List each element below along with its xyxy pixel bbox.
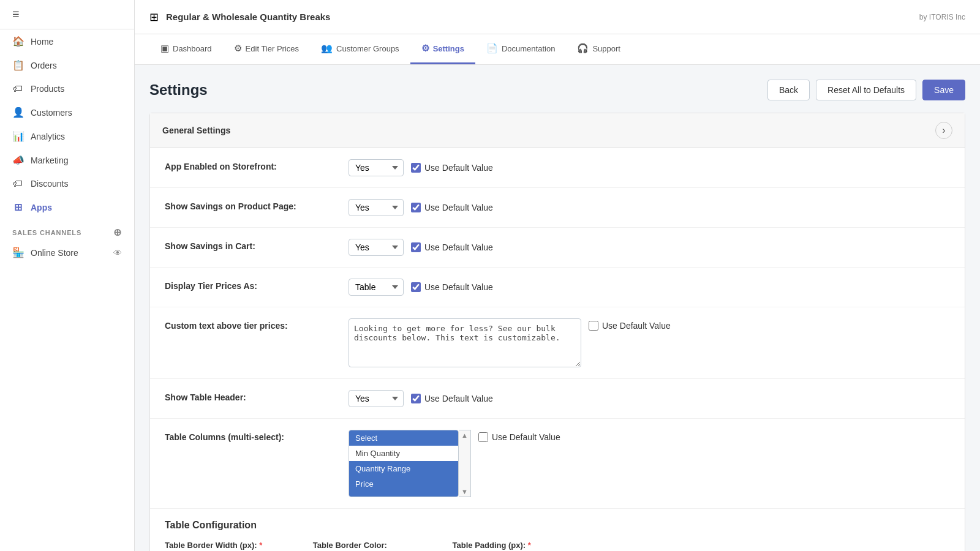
sidebar-item-orders[interactable]: 📋 Orders: [0, 53, 134, 77]
brand-icon: ⊞: [149, 10, 159, 24]
app-enabled-default-checkbox[interactable]: [411, 163, 421, 173]
settings-tab-icon: ⚙: [421, 43, 429, 54]
sidebar-item-products-label: Products: [31, 84, 64, 94]
tab-support[interactable]: 🎧 Support: [566, 34, 631, 64]
analytics-icon: 📊: [12, 130, 23, 142]
customers-icon: 👤: [12, 107, 23, 118]
show-savings-product-default-label: Use Default Value: [424, 203, 493, 212]
tab-settings[interactable]: ⚙ Settings: [410, 34, 475, 64]
listbox-option-min-quantity[interactable]: Min Quantity: [349, 446, 458, 461]
documentation-tab-icon: 📄: [486, 43, 498, 54]
sidebar-item-home[interactable]: 🏠 Home: [0, 29, 134, 53]
display-tier-prices-row: Display Tier Prices As: Table List Use D…: [150, 268, 965, 307]
show-table-header-label: Show Table Header:: [165, 390, 349, 402]
customer-groups-tab-icon: 👥: [321, 43, 333, 54]
listbox-option-price[interactable]: Price: [349, 476, 458, 492]
general-settings-header: General Settings ›: [150, 113, 965, 148]
table-columns-listbox[interactable]: Select Min Quantity Quantity Range Price…: [349, 430, 459, 497]
tab-documentation[interactable]: 📄 Documentation: [475, 34, 566, 64]
table-columns-default-checkbox[interactable]: [478, 432, 488, 442]
add-sales-channel-button[interactable]: ⊕: [113, 227, 122, 238]
display-tier-prices-default-checkbox[interactable]: [411, 282, 421, 292]
show-savings-cart-select[interactable]: Yes No: [349, 239, 404, 256]
collapse-general-settings-button[interactable]: ›: [935, 122, 952, 139]
show-table-header-select[interactable]: Yes No: [349, 390, 404, 407]
listbox-scroll-down[interactable]: ▼: [461, 488, 468, 495]
tab-customer-groups[interactable]: 👥 Customer Groups: [310, 34, 410, 64]
sidebar-logo: ☰: [0, 0, 134, 29]
display-tier-prices-default-wrap[interactable]: Use Default Value: [411, 282, 493, 292]
custom-text-default-checkbox[interactable]: [589, 321, 598, 331]
sales-channels-section: SALES CHANNELS ⊕: [0, 219, 134, 241]
sidebar-item-marketing[interactable]: 📣 Marketing: [0, 148, 134, 172]
table-configuration-section: Table Configuration Table Border Width (…: [150, 509, 965, 551]
show-savings-product-default-wrap[interactable]: Use Default Value: [411, 203, 493, 212]
show-savings-cart-label: Show Savings in Cart:: [165, 239, 349, 251]
apps-icon: ⊞: [12, 201, 23, 213]
app-enabled-control: Yes No Use Default Value: [349, 159, 493, 176]
sidebar-item-home-label: Home: [31, 37, 53, 47]
sidebar-item-apps[interactable]: ⊞ Apps: [0, 195, 134, 219]
show-table-header-control: Yes No Use Default Value: [349, 390, 493, 407]
show-savings-cart-default-checkbox[interactable]: [411, 242, 421, 252]
listbox-option-quantity-range[interactable]: Quantity Range: [349, 461, 458, 476]
listbox-scroll-up[interactable]: ▲: [461, 432, 468, 439]
table-configuration-title: Table Configuration: [165, 520, 950, 531]
content-area: Settings Back Reset All to Defaults Save…: [135, 65, 980, 551]
custom-text-control: Looking to get more for less? See our bu…: [349, 318, 671, 367]
reset-to-defaults-button[interactable]: Reset All to Defaults: [816, 80, 916, 100]
table-padding-col: Table Padding (px): * Use Default Value: [453, 541, 576, 551]
main-content: ⊞ Regular & Wholesale Quantity Breaks by…: [135, 0, 980, 551]
sidebar-item-customers-label: Customers: [31, 108, 72, 118]
custom-text-row: Custom text above tier prices: Looking t…: [150, 307, 965, 379]
marketing-icon: 📣: [12, 154, 23, 166]
dashboard-tab-icon: ▣: [160, 43, 169, 54]
sidebar-item-online-store-label: Online Store: [31, 248, 78, 258]
tab-customer-groups-label: Customer Groups: [336, 44, 399, 53]
sidebar-item-online-store[interactable]: 🏪 Online Store 👁: [0, 241, 134, 264]
table-columns-label: Table Columns (multi-select):: [165, 430, 349, 442]
show-table-header-row: Show Table Header: Yes No Use Default Va…: [150, 379, 965, 419]
display-tier-prices-select[interactable]: Table List: [349, 279, 404, 296]
app-enabled-default-label: Use Default Value: [424, 163, 493, 173]
border-color-col: Table Border Color: ▼ Use Default Value: [313, 541, 428, 551]
listbox-option-select[interactable]: Select: [349, 430, 458, 446]
sidebar-item-orders-label: Orders: [31, 61, 57, 70]
tab-documentation-label: Documentation: [502, 44, 555, 53]
custom-text-textarea[interactable]: Looking to get more for less? See our bu…: [349, 318, 581, 367]
tab-settings-label: Settings: [433, 44, 464, 53]
app-enabled-default-wrap[interactable]: Use Default Value: [411, 163, 493, 173]
border-width-label: Table Border Width (px): *: [165, 541, 288, 550]
show-savings-product-default-checkbox[interactable]: [411, 203, 421, 212]
tab-support-label: Support: [592, 44, 620, 53]
topbar: ⊞ Regular & Wholesale Quantity Breaks by…: [135, 0, 980, 34]
show-savings-cart-default-wrap[interactable]: Use Default Value: [411, 242, 493, 252]
sidebar-item-discounts-label: Discounts: [31, 179, 68, 189]
app-enabled-row: App Enabled on Storefront: Yes No Use De…: [150, 148, 965, 188]
show-table-header-default-wrap[interactable]: Use Default Value: [411, 394, 493, 403]
sidebar-item-customers[interactable]: 👤 Customers: [0, 100, 134, 124]
show-savings-cart-default-label: Use Default Value: [424, 242, 493, 252]
tab-edit-tier-prices[interactable]: ⚙ Edit Tier Prices: [223, 34, 310, 64]
back-button[interactable]: Back: [767, 80, 810, 100]
tab-dashboard[interactable]: ▣ Dashboard: [149, 34, 223, 64]
general-settings-title: General Settings: [162, 126, 230, 135]
show-savings-product-select[interactable]: Yes No: [349, 199, 404, 216]
discounts-icon: 🏷: [12, 178, 23, 189]
sidebar-item-products[interactable]: 🏷 Products: [0, 77, 134, 100]
sales-channels-label: SALES CHANNELS: [12, 229, 81, 236]
sidebar-item-discounts[interactable]: 🏷 Discounts: [0, 172, 134, 195]
save-button[interactable]: Save: [922, 80, 965, 100]
table-columns-default-wrap[interactable]: Use Default Value: [478, 430, 560, 442]
show-table-header-default-checkbox[interactable]: [411, 394, 421, 403]
table-columns-row: Table Columns (multi-select): Select Min…: [150, 419, 965, 509]
app-enabled-select[interactable]: Yes No: [349, 159, 404, 176]
show-savings-cart-control: Yes No Use Default Value: [349, 239, 493, 256]
sidebar-logo-icon: ☰: [12, 10, 20, 19]
sidebar: ☰ 🏠 Home 📋 Orders 🏷 Products 👤 Customers…: [0, 0, 135, 551]
sidebar-item-apps-label: Apps: [31, 203, 52, 212]
listbox-option-discount[interactable]: Discount: [349, 492, 458, 497]
edit-tier-prices-tab-icon: ⚙: [234, 43, 242, 54]
sidebar-item-analytics[interactable]: 📊 Analytics: [0, 124, 134, 148]
custom-text-default-wrap[interactable]: Use Default Value: [589, 318, 671, 331]
